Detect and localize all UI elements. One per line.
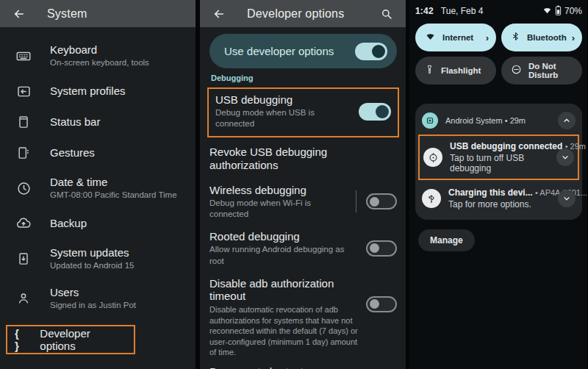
setting-title: Disable adb authorization timeout (209, 277, 360, 303)
usb-debugging-toggle[interactable] (359, 103, 391, 121)
list-item-backup[interactable]: Backup (15, 208, 188, 239)
flashlight-icon (425, 64, 434, 78)
clock-date: Tue, Feb 4 (441, 6, 484, 16)
section-label-debugging: Debugging (211, 74, 397, 82)
search-icon[interactable] (378, 5, 395, 23)
tile-label: Do Not Disturb (528, 62, 575, 79)
setting-title: Bug report shortcut (209, 365, 360, 369)
tile-label: Internet (442, 33, 473, 42)
system-header: System (0, 0, 196, 27)
item-label: Gestures (50, 146, 95, 159)
list-item-users[interactable]: Users Signed in as Justin Pot (15, 279, 188, 318)
battery-percent: 70% (564, 6, 582, 16)
list-item-date-time[interactable]: Date & time GMT-08:00 Pacific Standard T… (15, 168, 188, 208)
status-bar: 1:42 Tue, Feb 4 70% (415, 4, 582, 18)
qs-tile-do-not-disturb[interactable]: Do Not Disturb (501, 57, 582, 85)
system-list: Keyboard On-screen keyboard, tools Syste… (0, 27, 196, 354)
qs-tile-internet[interactable]: Internet › (415, 24, 496, 51)
setting-row-rooted-debugging[interactable]: Rooted debugging Allow running Android d… (209, 230, 397, 267)
user-icon (15, 290, 32, 307)
chevron-right-icon: › (572, 32, 575, 43)
wireless-debugging-toggle[interactable] (366, 193, 397, 209)
collapse-group-button[interactable] (558, 112, 576, 129)
battery-icon (555, 5, 562, 18)
rooted-debugging-toggle[interactable] (366, 240, 397, 257)
developer-options-icon: { } (15, 327, 28, 352)
expand-notification-button[interactable] (556, 148, 574, 166)
wifi-icon (425, 31, 436, 44)
notification-usb-debugging-highlighted[interactable]: USB debugging connected • 29m Tap to tur… (418, 135, 579, 180)
gestures-icon (15, 144, 32, 162)
item-label: Status bar (50, 115, 100, 128)
usb-charging-notification-icon (422, 189, 441, 208)
page-title: Developer options (247, 7, 344, 21)
chevron-right-icon: › (486, 32, 489, 43)
qs-tile-flashlight[interactable]: Flashlight (415, 57, 496, 85)
setting-row-bug-report-shortcut[interactable]: Bug report shortcut Show a button in the… (209, 365, 397, 369)
wifi-status-icon (542, 6, 552, 17)
notification-title: Charging this devi... (448, 187, 533, 198)
item-label: Date & time (50, 176, 177, 188)
clock-time: 1:42 (415, 6, 434, 16)
setting-row-wireless-debugging[interactable]: Wireless debugging Debug mode when Wi-Fi… (209, 184, 397, 221)
master-toggle-label: Use developer options (224, 45, 334, 57)
bluetooth-icon (511, 31, 520, 45)
notification-charging-device[interactable]: Charging this devi... • AP4A.2501... • 2… (420, 183, 577, 214)
setting-title: Revoke USB debugging authorizations (209, 146, 327, 171)
item-sub: GMT-08:00 Pacific Standard Time (50, 190, 177, 201)
list-item-system-updates[interactable]: System updates Updated to Android 15 (15, 239, 188, 279)
setting-row-disable-adb-timeout[interactable]: Disable adb authorization timeout Disabl… (209, 277, 397, 358)
disable-adb-timeout-toggle[interactable] (366, 296, 397, 312)
notification-app-meta: • 29m (505, 116, 526, 125)
notification-title: USB debugging connected (450, 141, 562, 151)
tile-label: Bluetooth (527, 33, 567, 42)
qs-tile-bluetooth[interactable]: Bluetooth › (501, 24, 582, 51)
use-developer-options-card[interactable]: Use developer options (209, 34, 397, 68)
tile-label: Flashlight (441, 66, 481, 75)
developer-options-panel: Developer options Use developer options … (200, 0, 406, 369)
list-item-keyboard[interactable]: Keyboard On-screen keyboard, tools (15, 36, 188, 76)
item-label: Users (50, 286, 136, 298)
system-update-icon (15, 250, 32, 268)
setting-title: Rooted debugging (209, 230, 360, 243)
list-item-system-profiles[interactable]: System profiles (15, 76, 188, 107)
screenshot-root: System Keyboard On-screen keyboard, tool… (0, 0, 588, 369)
usb-debugging-notification-icon (423, 148, 442, 167)
expand-notification-button[interactable] (558, 190, 576, 207)
list-item-status-bar[interactable]: Status bar (15, 107, 188, 137)
android-system-icon (422, 112, 438, 129)
manage-button[interactable]: Manage (418, 229, 475, 251)
setting-sub: Allow running Android debugging as root (209, 244, 360, 266)
list-item-developer-options-highlighted[interactable]: { } Developer options (6, 325, 135, 354)
setting-sub: Disable automatic revocation of adb auth… (209, 304, 360, 358)
clock-icon (15, 179, 32, 197)
setting-title: Wireless debugging (209, 184, 350, 196)
page-title: System (47, 7, 87, 21)
notification-group-card: Android System • 29m USB debugging conne… (415, 104, 582, 220)
item-label: System updates (50, 246, 134, 259)
status-bar-icon (15, 113, 32, 131)
item-label: Developer options (40, 327, 126, 353)
system-settings-panel: System Keyboard On-screen keyboard, tool… (0, 0, 196, 369)
use-developer-options-toggle[interactable] (355, 43, 387, 60)
notification-body: Tap to turn off USB debugging (450, 153, 556, 173)
usb-debugging-highlight-box: USB debugging Debug mode when USB is con… (207, 87, 399, 137)
backup-cloud-icon (15, 215, 32, 232)
list-item-gestures[interactable]: Gestures (15, 137, 188, 168)
setting-row-revoke-authorizations[interactable]: Revoke USB debugging authorizations (209, 146, 397, 172)
item-label: Keyboard (50, 43, 149, 56)
do-not-disturb-icon (511, 64, 522, 78)
item-label: System profiles (50, 85, 126, 97)
quick-settings-grid: Internet › Bluetooth › Flashlight (415, 24, 582, 85)
notification-group-header[interactable]: Android System • 29m (420, 108, 577, 133)
notification-body: Tap for more options. (448, 199, 558, 209)
keyboard-icon (15, 47, 32, 65)
item-sub: Signed in as Justin Pot (50, 300, 136, 311)
back-icon[interactable] (10, 5, 28, 23)
notification-app-name: Android System (445, 116, 503, 125)
back-icon[interactable] (210, 5, 228, 23)
setting-sub: Debug mode when Wi-Fi is connected (209, 198, 350, 220)
setting-row-usb-debugging[interactable]: USB debugging Debug mode when USB is con… (215, 93, 391, 130)
system-profiles-icon (15, 82, 32, 100)
developer-options-header: Developer options (200, 0, 406, 27)
